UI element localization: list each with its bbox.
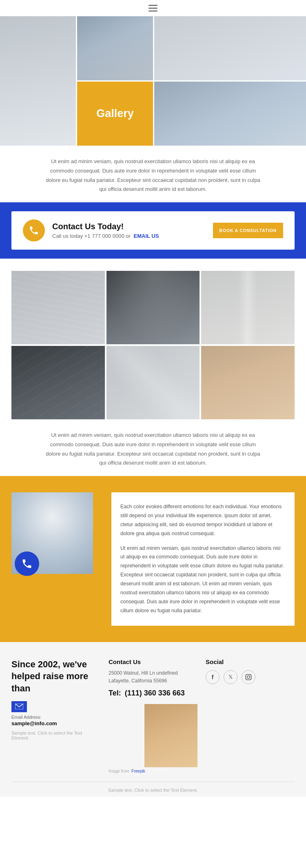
footer-col-3: Social f 𝕏 — [206, 658, 295, 773]
footer-columns: Since 2002, we've helped raise more than… — [11, 658, 295, 773]
yellow-content-box: Each color evokes different emotions for… — [111, 492, 295, 626]
arch-img-5 — [106, 346, 200, 419]
instagram-svg — [245, 674, 252, 680]
yellow-left — [11, 492, 101, 574]
footer-sample-text-1[interactable]: Sample text. Click to select the Text El… — [11, 731, 100, 740]
gallery-label-box: Gallery — [77, 82, 153, 146]
text-para-1: Ut enim ad minim veniam, quis nostrud ex… — [45, 157, 261, 194]
book-consultation-button[interactable]: BOOK A CONSULTATION — [213, 223, 283, 238]
gallery-img-office — [77, 16, 153, 80]
hamburger-icon[interactable] — [146, 2, 160, 14]
gallery-section: Gallery — [0, 16, 306, 146]
yellow-para-2: Ut enim ad minim veniam, quis nostrud ex… — [120, 544, 286, 616]
footer-bottom-text[interactable]: Sample text. Click to select the Text El… — [11, 788, 295, 793]
gallery-img-building — [0, 16, 76, 146]
yellow-para-1: Each color evokes different emotions for… — [120, 503, 286, 538]
phone-circle-blue — [15, 551, 39, 576]
arch-img-6 — [201, 346, 295, 419]
yellow-section: Each color evokes different emotions for… — [0, 476, 306, 642]
contact-banner: Contact Us Today! Call us today +1 777 0… — [0, 202, 306, 259]
footer-contact-heading: Contact Us — [109, 658, 197, 665]
contact-call-text: Call us today +1 777 000 0000 or — [52, 233, 131, 239]
footer-img-area: Image from Freepik — [109, 704, 197, 773]
contact-email-link[interactable]: EMAIL US — [134, 233, 159, 239]
footer-social-heading: Social — [206, 658, 295, 665]
image-from-text: Image from Freepik — [109, 769, 197, 773]
gallery-img-meeting — [154, 82, 306, 146]
top-nav — [0, 0, 306, 16]
contact-subtext: Call us today +1 777 000 0000 or EMAIL U… — [52, 233, 206, 239]
contact-card: Contact Us Today! Call us today +1 777 0… — [11, 211, 295, 250]
arch-img-4 — [11, 346, 105, 419]
gallery-text: Gallery — [96, 107, 134, 120]
text-para-2: Ut enim ad minim veniam, quis nostrud ex… — [45, 431, 261, 468]
email-icon-box — [11, 701, 27, 712]
text-section-2: Ut enim ad minim veniam, quis nostrud ex… — [0, 419, 306, 476]
svg-rect-2 — [246, 674, 251, 680]
freepik-link[interactable]: Freepik — [131, 769, 145, 773]
arch-photo-grid — [0, 259, 306, 419]
tel-label: Tel: — [109, 689, 121, 697]
footer-address: 25000 Walnut, Hill Ln undefined Lafayett… — [109, 669, 197, 685]
arch-img-3 — [201, 271, 295, 344]
email-badge — [11, 701, 100, 712]
email-label: Email Address: — [11, 715, 100, 720]
footer: Since 2002, we've helped raise more than… — [0, 642, 306, 797]
facebook-icon[interactable]: f — [206, 670, 220, 684]
svg-point-3 — [247, 675, 250, 678]
footer-col-2: Contact Us 25000 Walnut, Hill Ln undefin… — [109, 658, 197, 773]
footer-bottom: Sample text. Click to select the Text El… — [11, 782, 295, 793]
phone-icon-2 — [21, 558, 33, 569]
contact-heading: Contact Us Today! — [52, 222, 206, 231]
footer-col-1: Since 2002, we've helped raise more than… — [11, 658, 100, 773]
tel-value: (111) 360 336 663 — [125, 689, 185, 697]
footer-heading-1: Since 2002, we've helped raise more than — [11, 658, 100, 695]
email-value: sample@info.com — [11, 720, 100, 726]
contact-text-area: Contact Us Today! Call us today +1 777 0… — [52, 222, 206, 239]
arch-img-2 — [106, 271, 200, 344]
svg-point-4 — [250, 675, 250, 675]
text-section-1: Ut enim ad minim veniam, quis nostrud ex… — [0, 146, 306, 202]
arch-img-1 — [11, 271, 105, 344]
instagram-icon[interactable] — [242, 670, 255, 684]
gallery-img-interior — [154, 16, 306, 80]
phone-icon-circle — [23, 219, 45, 241]
footer-person-img — [144, 704, 197, 767]
twitter-icon[interactable]: 𝕏 — [224, 670, 237, 684]
social-icons-row: f 𝕏 — [206, 670, 295, 684]
email-icon — [15, 704, 23, 709]
phone-icon — [29, 225, 39, 236]
footer-tel: Tel: (111) 360 336 663 — [109, 689, 197, 698]
